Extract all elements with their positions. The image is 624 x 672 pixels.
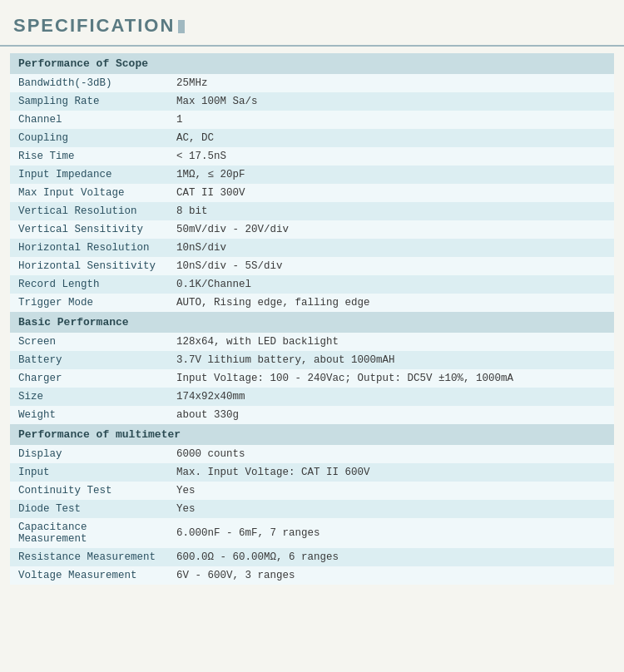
row-value: CAT II 300V xyxy=(168,184,614,202)
row-value: 600.0Ω - 60.00MΩ, 6 ranges xyxy=(168,548,614,566)
row-label: Record Length xyxy=(10,275,168,294)
row-label: Continuity Test xyxy=(10,482,168,500)
row-value: Input Voltage: 100 - 240Vac; Output: DC5… xyxy=(168,369,614,388)
section-header-performance-of-scope: Performance of Scope xyxy=(10,53,614,74)
row-value: 8 bit xyxy=(168,202,614,220)
table-row: CouplingAC, DC xyxy=(10,129,614,147)
table-row: Record Length0.1K/Channel xyxy=(10,275,614,294)
page-header: SPECIFICATION xyxy=(0,0,624,47)
row-value: 128x64, with LED backlight xyxy=(168,333,614,351)
row-label: Input Impedance xyxy=(10,166,168,184)
table-row: Continuity TestYes xyxy=(10,482,614,500)
table-row: Display6000 counts xyxy=(10,445,614,463)
row-value: 6.000nF - 6mF, 7 ranges xyxy=(168,518,614,548)
row-value: 25MHz xyxy=(168,74,614,92)
spec-table: Performance of ScopeBandwidth(-3dB)25MHz… xyxy=(10,53,614,585)
page-title: SPECIFICATION xyxy=(13,15,185,36)
row-value: Yes xyxy=(168,482,614,500)
table-row: InputMax. Input Voltage: CAT II 600V xyxy=(10,463,614,482)
row-label: Resistance Measurement xyxy=(10,548,168,566)
row-value: 3.7V lithium battery, about 1000mAH xyxy=(168,351,614,369)
table-row: Bandwidth(-3dB)25MHz xyxy=(10,74,614,92)
table-row: Diode TestYes xyxy=(10,500,614,518)
row-label: Screen xyxy=(10,333,168,351)
row-value: Max 100M Sa/s xyxy=(168,92,614,111)
table-row: ChargerInput Voltage: 100 - 240Vac; Outp… xyxy=(10,369,614,388)
table-row: Weightabout 330g xyxy=(10,406,614,424)
row-label: Weight xyxy=(10,406,168,424)
row-label: Display xyxy=(10,445,168,463)
row-label: Channel xyxy=(10,111,168,129)
row-value: 50mV/div - 20V/div xyxy=(168,220,614,239)
row-value: 6000 counts xyxy=(168,445,614,463)
row-value: 1MΩ, ≤ 20pF xyxy=(168,166,614,184)
spec-content: Performance of ScopeBandwidth(-3dB)25MHz… xyxy=(0,47,624,591)
row-label: Voltage Measurement xyxy=(10,566,168,585)
table-row: Horizontal Sensitivity10nS/div - 5S/div xyxy=(10,257,614,275)
row-value: Max. Input Voltage: CAT II 600V xyxy=(168,463,614,482)
row-value: 174x92x40mm xyxy=(168,388,614,406)
row-label: Vertical Sensitivity xyxy=(10,220,168,239)
section-header-basic-performance: Basic Performance xyxy=(10,312,614,333)
section-header-performance-of-multimeter: Performance of multimeter xyxy=(10,424,614,445)
page: SPECIFICATION Performance of ScopeBandwi… xyxy=(0,0,624,672)
table-row: Voltage Measurement6V - 600V, 3 ranges xyxy=(10,566,614,585)
row-value: 6V - 600V, 3 ranges xyxy=(168,566,614,585)
row-value: 10nS/div xyxy=(168,239,614,257)
row-value: 1 xyxy=(168,111,614,129)
row-label: Vertical Resolution xyxy=(10,202,168,220)
row-label: Size xyxy=(10,388,168,406)
table-row: Sampling RateMax 100M Sa/s xyxy=(10,92,614,111)
row-label: Sampling Rate xyxy=(10,92,168,111)
row-label: Horizontal Resolution xyxy=(10,239,168,257)
row-value: Yes xyxy=(168,500,614,518)
table-row: Input Impedance1MΩ, ≤ 20pF xyxy=(10,166,614,184)
row-label: Input xyxy=(10,463,168,482)
table-row: Rise Time< 17.5nS xyxy=(10,147,614,166)
row-label: Bandwidth(-3dB) xyxy=(10,74,168,92)
table-row: Horizontal Resolution10nS/div xyxy=(10,239,614,257)
table-row: Channel1 xyxy=(10,111,614,129)
row-value: AUTO, Rising edge, falling edge xyxy=(168,294,614,312)
row-label: Max Input Voltage xyxy=(10,184,168,202)
row-value: 0.1K/Channel xyxy=(168,275,614,294)
table-row: Resistance Measurement600.0Ω - 60.00MΩ, … xyxy=(10,548,614,566)
table-row: Size174x92x40mm xyxy=(10,388,614,406)
row-value: < 17.5nS xyxy=(168,147,614,166)
row-label: Horizontal Sensitivity xyxy=(10,257,168,275)
row-value: 10nS/div - 5S/div xyxy=(168,257,614,275)
row-value: about 330g xyxy=(168,406,614,424)
table-row: Vertical Sensitivity50mV/div - 20V/div xyxy=(10,220,614,239)
row-label: Charger xyxy=(10,369,168,388)
row-label: Battery xyxy=(10,351,168,369)
row-label: Rise Time xyxy=(10,147,168,166)
table-row: Max Input VoltageCAT II 300V xyxy=(10,184,614,202)
table-row: Capacitance Measurement6.000nF - 6mF, 7 … xyxy=(10,518,614,548)
table-row: Vertical Resolution8 bit xyxy=(10,202,614,220)
table-row: Trigger ModeAUTO, Rising edge, falling e… xyxy=(10,294,614,312)
row-value: AC, DC xyxy=(168,129,614,147)
row-label: Coupling xyxy=(10,129,168,147)
row-label: Diode Test xyxy=(10,500,168,518)
row-label: Trigger Mode xyxy=(10,294,168,312)
table-row: Screen128x64, with LED backlight xyxy=(10,333,614,351)
table-row: Battery3.7V lithium battery, about 1000m… xyxy=(10,351,614,369)
row-label: Capacitance Measurement xyxy=(10,518,168,548)
